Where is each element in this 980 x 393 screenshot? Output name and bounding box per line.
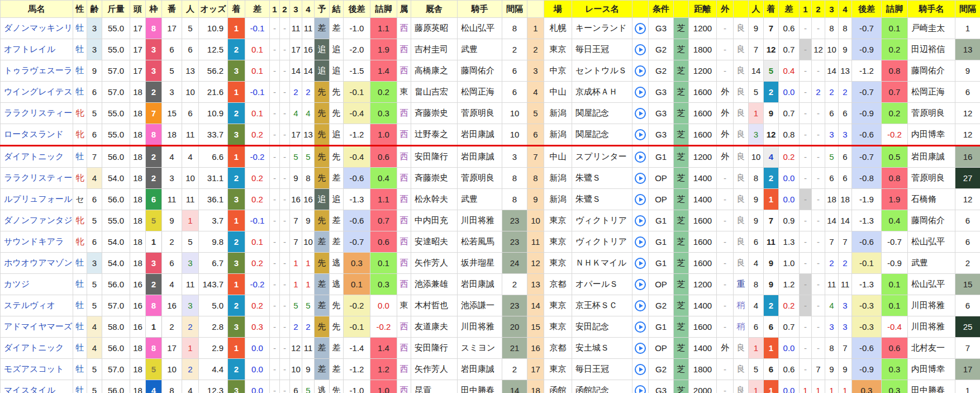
cell-running-style-result: 先 bbox=[330, 316, 344, 338]
cell-pass-position-2: - bbox=[280, 316, 290, 338]
replay-play-button[interactable] bbox=[635, 236, 646, 248]
cell-hist-jockey: 田辺裕信 bbox=[908, 39, 955, 60]
horse-name-link[interactable]: ウイングレイテスト bbox=[4, 87, 73, 96]
cell-finish-position: 1 bbox=[228, 18, 245, 39]
cell-running-style-result: 先 bbox=[330, 295, 344, 316]
replay-play-button[interactable] bbox=[635, 65, 646, 77]
cell-hist-pass-position-1: - bbox=[800, 103, 812, 124]
replay-play-button[interactable] bbox=[635, 385, 646, 393]
replay-play-button[interactable] bbox=[635, 364, 646, 375]
cell-field-size: 18 bbox=[130, 103, 146, 124]
cell-hist-closing-kick: -0.7 bbox=[882, 231, 908, 253]
cell-odds: 143.7 bbox=[199, 274, 228, 295]
replay-play-button[interactable] bbox=[635, 44, 646, 55]
horse-name-link[interactable]: ララクリスティーヌ bbox=[4, 108, 73, 117]
cell-late-race-diff: -1.0 bbox=[344, 380, 370, 393]
cell-popularity: 5 bbox=[182, 18, 199, 39]
cell-hist-margin: 0.7 bbox=[779, 103, 800, 124]
cell-frame-number: 3 bbox=[146, 39, 162, 60]
replay-play-button[interactable] bbox=[635, 343, 646, 354]
cell-hist-pass-position-4: 6 bbox=[839, 168, 852, 189]
cell-pass-position-4: 5 bbox=[302, 295, 315, 316]
cell-hist-pass-position-4: 9 bbox=[839, 39, 852, 60]
horse-name-link[interactable]: オフトレイル bbox=[4, 44, 55, 54]
cell-sex: 牡 bbox=[73, 359, 87, 380]
horse-name-link[interactable]: ルプリュフォール bbox=[4, 194, 72, 203]
cell-horse-number: 2 bbox=[162, 316, 182, 338]
cell-hist-jockey: 石橋脩 bbox=[908, 189, 955, 210]
cell-pass-position-3: 4 bbox=[290, 103, 302, 124]
cell-race-name: 函館記念 bbox=[572, 380, 632, 393]
replay-play-button[interactable] bbox=[635, 258, 646, 269]
replay-play-button[interactable] bbox=[635, 321, 646, 333]
replay-play-button[interactable] bbox=[635, 129, 646, 140]
replay-play-button[interactable] bbox=[635, 279, 646, 290]
horse-name-link[interactable]: マイスタイル bbox=[4, 385, 55, 393]
cell-hist-popularity: 14 bbox=[749, 60, 764, 82]
cell-hist-pass-position-4: 8 bbox=[839, 18, 852, 39]
cell-age: 6 bbox=[87, 231, 102, 253]
cell-replay bbox=[632, 359, 649, 380]
cell-odds: 10.9 bbox=[199, 18, 228, 39]
replay-play-button[interactable] bbox=[635, 194, 646, 205]
cell-track: 札幌 bbox=[544, 18, 572, 39]
column-header-pass-position-3: 3 bbox=[290, 1, 302, 18]
cell-hist-race-interval: 9 bbox=[955, 60, 980, 82]
replay-play-button[interactable] bbox=[635, 300, 646, 311]
cell-field-size: 16 bbox=[130, 295, 146, 316]
cell-stable: 矢作芳人 bbox=[411, 253, 458, 274]
cell-surface: 芝 bbox=[674, 39, 689, 60]
cell-pass-position-1: - bbox=[270, 231, 280, 253]
cell-distance: 1600 bbox=[689, 210, 717, 231]
cell-race-grade: G1 bbox=[649, 316, 674, 338]
table-row: マイスタイル牡556.01848412.330.0--65逃先-1.01.0西昆… bbox=[1, 380, 980, 393]
horse-name-link[interactable]: サウンドキアラ bbox=[4, 236, 64, 246]
cell-field-size: 18 bbox=[130, 210, 146, 231]
cell-odds: 33.7 bbox=[199, 124, 228, 146]
replay-play-button[interactable] bbox=[635, 173, 646, 184]
horse-name-link[interactable]: アドマイヤマーズ bbox=[4, 321, 72, 331]
cell-pass-position-1: - bbox=[270, 274, 280, 295]
cell-horse-name: ロータスランド bbox=[1, 124, 73, 146]
cell-hist-finish-position: 5 bbox=[764, 60, 779, 82]
cell-popularity: 6 bbox=[182, 39, 199, 60]
horse-name-link[interactable]: ダノンマッキンリー bbox=[4, 23, 73, 32]
cell-surface: 芝 bbox=[674, 380, 689, 393]
cell-race-interval: 10 bbox=[502, 124, 527, 146]
horse-name-link[interactable]: ホウオウアマゾン bbox=[4, 258, 73, 267]
cell-pass-position-2: - bbox=[280, 274, 290, 295]
cell-stable: 吉村圭司 bbox=[411, 39, 458, 60]
cell-hist-jockey: 松岡正海 bbox=[908, 82, 955, 103]
cell-closing-kick: 1.0 bbox=[370, 124, 397, 146]
horse-name-link[interactable]: ララクリスティーヌ bbox=[4, 173, 73, 182]
cell-outer-course: 外 bbox=[717, 124, 734, 146]
horse-name-link[interactable]: ステルヴィオ bbox=[4, 300, 55, 310]
horse-name-link[interactable]: ダイアトニック bbox=[4, 151, 64, 161]
cell-horse-number: 9 bbox=[162, 210, 182, 231]
cell-hist-margin: 1.2 bbox=[779, 274, 800, 295]
column-header-hist-late-race-diff: 後差 bbox=[852, 1, 882, 18]
horse-name-link[interactable]: トゥラヴェスーラ bbox=[4, 65, 72, 75]
horse-name-link[interactable]: ダイアトニック bbox=[4, 343, 64, 352]
horse-name-link[interactable]: モズアスコット bbox=[4, 364, 64, 373]
replay-play-button[interactable] bbox=[635, 87, 646, 98]
horse-name-link[interactable]: ロータスランド bbox=[4, 129, 64, 139]
cell-hist-finish-position: 1 bbox=[764, 338, 779, 359]
cell-carried-weight: 55.0 bbox=[102, 103, 130, 124]
cell-running-style-predicted: 先 bbox=[315, 124, 330, 146]
replay-play-button[interactable] bbox=[635, 108, 646, 119]
table-row: ダノンファンタジー牝555.0185913.71-0.1--79先差-0.60.… bbox=[1, 210, 980, 231]
horse-name-link[interactable]: カツジ bbox=[4, 279, 30, 288]
replay-play-button[interactable] bbox=[635, 23, 646, 34]
replay-play-button[interactable] bbox=[635, 151, 646, 163]
cell-hist-pass-position-1: - bbox=[800, 210, 812, 231]
cell-race-interval: 20 bbox=[502, 316, 527, 338]
horse-name-link[interactable]: ダノンファンタジー bbox=[4, 215, 73, 225]
cell-race-grade: G2 bbox=[649, 359, 674, 380]
cell-running-style-result: 追 bbox=[330, 39, 344, 60]
cell-going: 稍 bbox=[734, 295, 749, 316]
cell-row-index: 7 bbox=[527, 146, 544, 168]
cell-odds: 31.1 bbox=[199, 168, 228, 189]
replay-play-button[interactable] bbox=[635, 215, 646, 226]
cell-row-index: 13 bbox=[527, 274, 544, 295]
